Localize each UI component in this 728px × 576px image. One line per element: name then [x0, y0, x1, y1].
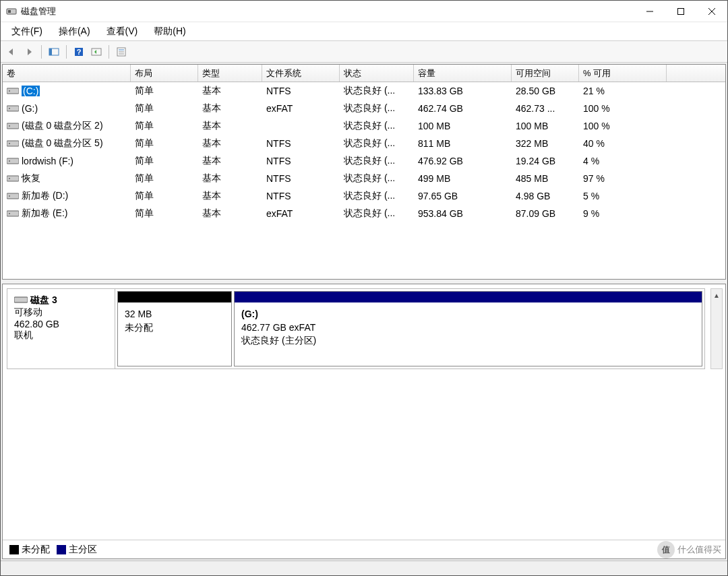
- svg-rect-19: [7, 123, 19, 129]
- svg-point-16: [9, 90, 10, 92]
- volume-row[interactable]: (C:)简单基本NTFS状态良好 (...133.83 GB28.50 GB21…: [3, 82, 725, 100]
- volume-pct: 9 %: [579, 207, 667, 220]
- volume-name-cell: 恢复: [3, 171, 131, 186]
- volume-free: 87.09 GB: [512, 207, 579, 220]
- volume-capacity: 97.65 GB: [414, 189, 512, 203]
- volume-name-cell: (G:): [3, 102, 131, 115]
- menu-file[interactable]: 文件(F): [3, 23, 51, 40]
- partition-bar-primary: [235, 292, 702, 302]
- volume-capacity: 462.74 GB: [414, 102, 512, 115]
- close-button[interactable]: [696, 1, 727, 22]
- svg-point-22: [9, 143, 10, 144]
- volume-free: 485 MB: [512, 172, 579, 185]
- col-status[interactable]: 状态: [340, 65, 414, 82]
- svg-rect-31: [14, 297, 28, 302]
- swatch-primary-icon: [57, 545, 66, 554]
- volume-body[interactable]: (C:)简单基本NTFS状态良好 (...133.83 GB28.50 GB21…: [3, 82, 725, 279]
- unalloc-label: 未分配: [125, 321, 224, 335]
- col-fs[interactable]: 文件系统: [262, 65, 340, 82]
- app-icon: [6, 6, 17, 17]
- col-type[interactable]: 类型: [198, 65, 262, 82]
- volume-layout: 简单: [131, 84, 198, 98]
- volume-status: 状态良好 (...: [340, 154, 414, 168]
- volume-row[interactable]: 恢复简单基本NTFS状态良好 (...499 MB485 MB97 %: [3, 170, 725, 187]
- volume-status: 状态良好 (...: [340, 189, 414, 203]
- menu-view[interactable]: 查看(V): [98, 23, 146, 40]
- volume-layout: 简单: [131, 101, 198, 116]
- volume-name-cell: (磁盘 0 磁盘分区 5): [3, 136, 131, 151]
- partition-unallocated[interactable]: 32 MB 未分配: [117, 291, 232, 366]
- volume-status: 状态良好 (...: [340, 206, 414, 221]
- volume-name-cell: 新加卷 (E:): [3, 206, 131, 221]
- disk-partitions: 32 MB 未分配 (G:) 462.77 GB exFAT 状态良好 (主分区…: [115, 289, 704, 369]
- properties-button[interactable]: [113, 44, 129, 60]
- help-button[interactable]: ?: [71, 44, 87, 60]
- partition-bar-unallocated: [118, 292, 231, 302]
- volume-type: 基本: [198, 84, 262, 98]
- volume-fs: NTFS: [262, 154, 340, 168]
- disk-row[interactable]: 磁盘 3 可移动 462.80 GB 联机 32 MB 未分配: [7, 288, 705, 369]
- svg-rect-25: [7, 176, 19, 181]
- scroll-up-icon[interactable]: ▲: [711, 289, 722, 301]
- maximize-button[interactable]: [665, 1, 696, 22]
- partition-name: (G:): [241, 309, 258, 319]
- minimize-button[interactable]: [634, 1, 665, 22]
- volume-status: 状态良好 (...: [340, 136, 414, 151]
- volume-row[interactable]: lordwish (F:)简单基本NTFS状态良好 (...476.92 GB1…: [3, 152, 725, 170]
- volume-status: 状态良好 (...: [340, 171, 414, 186]
- volume-pct: 100 %: [579, 102, 667, 115]
- legend-primary: 主分区: [57, 544, 97, 556]
- vertical-scrollbar[interactable]: ▲: [710, 288, 723, 369]
- volume-free: 28.50 GB: [512, 84, 579, 98]
- volume-layout: 简单: [131, 206, 198, 221]
- forward-button[interactable]: [21, 44, 37, 60]
- volume-status: 状态良好 (...: [340, 84, 414, 98]
- volume-row[interactable]: (磁盘 0 磁盘分区 5)简单基本NTFS状态良好 (...811 MB322 …: [3, 135, 725, 152]
- volume-fs: NTFS: [262, 172, 340, 185]
- col-free[interactable]: 可用空间: [512, 65, 579, 82]
- statusbar: [1, 561, 727, 575]
- volume-fs: NTFS: [262, 137, 340, 150]
- disk-graphic-pane: 磁盘 3 可移动 462.80 GB 联机 32 MB 未分配: [2, 284, 726, 559]
- volume-layout: 简单: [131, 189, 198, 203]
- volume-free: 462.73 ...: [512, 102, 579, 115]
- back-button[interactable]: [3, 44, 20, 60]
- volume-fs: exFAT: [262, 102, 340, 115]
- volume-row[interactable]: (磁盘 0 磁盘分区 2)简单基本状态良好 (...100 MB100 MB10…: [3, 117, 725, 135]
- menu-help[interactable]: 帮助(H): [146, 23, 193, 40]
- show-hide-console-button[interactable]: [46, 44, 62, 60]
- legend-unallocated: 未分配: [9, 544, 50, 556]
- window-title: 磁盘管理: [21, 5, 634, 18]
- volume-row[interactable]: 新加卷 (E:)简单基本exFAT状态良好 (...953.84 GB87.09…: [3, 205, 725, 222]
- watermark-badge-icon: 值: [657, 541, 675, 558]
- watermark-text: 什么值得买: [677, 544, 721, 556]
- volume-row[interactable]: (G:)简单基本exFAT状态良好 (...462.74 GB462.73 ..…: [3, 100, 725, 117]
- disk-state: 联机: [14, 329, 108, 342]
- volume-type: 基本: [198, 136, 262, 151]
- volume-header: 卷 布局 类型 文件系统 状态 容量 可用空间 % 可用: [3, 65, 725, 82]
- svg-rect-23: [7, 158, 19, 164]
- svg-rect-29: [7, 211, 19, 216]
- volume-capacity: 476.92 GB: [414, 154, 512, 168]
- content-area: 卷 布局 类型 文件系统 状态 容量 可用空间 % 可用 (C:)简单基本NTF…: [1, 63, 727, 561]
- partition-primary[interactable]: (G:) 462.77 GB exFAT 状态良好 (主分区): [234, 291, 702, 366]
- refresh-button[interactable]: [88, 44, 104, 60]
- volume-free: 322 MB: [512, 137, 579, 150]
- col-pctfree[interactable]: % 可用: [579, 65, 667, 82]
- svg-point-24: [9, 160, 10, 162]
- legend: 未分配 主分区: [3, 540, 725, 558]
- col-capacity[interactable]: 容量: [414, 65, 512, 82]
- volume-row[interactable]: 新加卷 (D:)简单基本NTFS状态良好 (...97.65 GB4.98 GB…: [3, 187, 725, 205]
- volume-capacity: 100 MB: [414, 119, 512, 133]
- menu-action[interactable]: 操作(A): [51, 23, 98, 40]
- disk-info: 磁盘 3 可移动 462.80 GB 联机: [7, 289, 115, 369]
- volume-name-cell: (C:): [3, 84, 131, 98]
- svg-rect-21: [7, 141, 19, 146]
- col-volume[interactable]: 卷: [3, 65, 131, 82]
- volume-name-cell: (磁盘 0 磁盘分区 2): [3, 119, 131, 133]
- svg-rect-1: [8, 10, 11, 13]
- col-layout[interactable]: 布局: [131, 65, 198, 82]
- volume-free: 100 MB: [512, 119, 579, 133]
- volume-layout: 简单: [131, 154, 198, 168]
- svg-point-18: [9, 108, 10, 109]
